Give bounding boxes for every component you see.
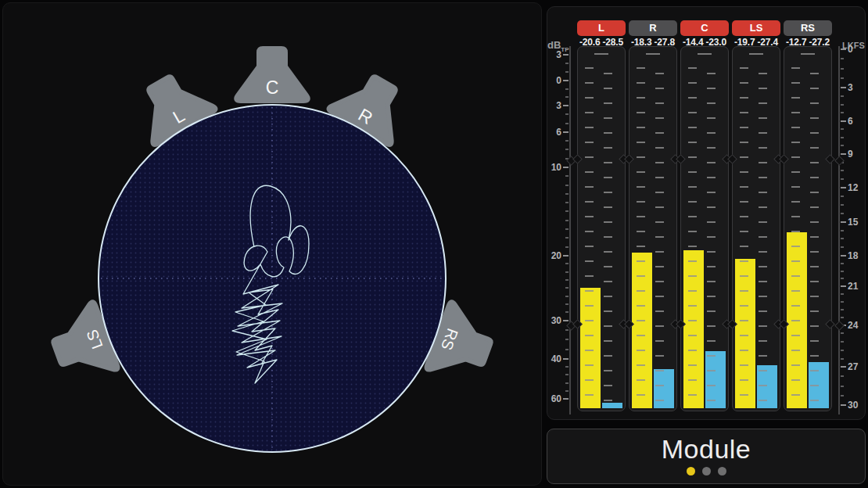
tube-tick — [791, 142, 800, 143]
tube-tick — [604, 132, 612, 134]
scale-major-tick — [841, 366, 846, 368]
tube-tick — [810, 281, 819, 282]
scale-minor-tick — [565, 339, 569, 340]
scale-minor-tick — [565, 287, 569, 289]
tube-tick — [740, 335, 748, 336]
tube-tick — [655, 206, 664, 208]
scale-minor-tick — [565, 96, 569, 98]
tube-tick — [688, 275, 697, 277]
tube-tick — [688, 112, 697, 113]
tube-tick — [791, 379, 800, 381]
tube-tick — [637, 260, 645, 262]
tube-tick — [637, 364, 645, 366]
scale-label: 10 — [551, 162, 561, 173]
tube-tick — [585, 364, 594, 366]
tube-tick — [791, 67, 800, 69]
tube-tick — [688, 260, 697, 262]
tube-tick — [810, 310, 819, 312]
meter-tube — [784, 46, 832, 411]
tube-tick — [791, 97, 800, 99]
scale-minor-tick — [841, 137, 844, 138]
tube-tick — [655, 236, 664, 238]
tube-tick — [759, 266, 767, 267]
meter-channel-rs: RS-12.7 -27.2 — [784, 7, 834, 419]
scale-minor-tick — [841, 238, 844, 239]
app-root: LCRLSRS dBTP LKFS 30361020304060 0369121… — [0, 0, 868, 488]
scale-major-tick — [841, 120, 846, 122]
module-pager-panel[interactable]: Module — [547, 429, 866, 484]
tube-tick — [740, 216, 748, 217]
tube-tick — [759, 221, 767, 223]
tube-tick — [585, 186, 594, 188]
page-dot-active[interactable] — [687, 467, 695, 475]
channel-button-l[interactable]: L — [577, 20, 626, 36]
tube-top-tick — [646, 53, 660, 55]
tube-tick — [759, 162, 767, 163]
tube-tick — [655, 281, 664, 282]
tube-tick — [759, 177, 767, 178]
secondary-bar — [654, 369, 674, 408]
channel-button-rs[interactable]: RS — [784, 20, 832, 36]
tube-tick — [740, 231, 748, 232]
tube-tick — [791, 364, 800, 366]
tube-tick — [655, 251, 664, 253]
scale-major-tick — [563, 358, 569, 360]
page-dot[interactable] — [702, 467, 711, 475]
speaker-c-icon[interactable]: C — [236, 48, 308, 101]
tube-tick — [707, 73, 716, 74]
tube-tick — [791, 127, 800, 128]
scale-label: 3 — [848, 82, 853, 93]
tube-tick — [655, 325, 664, 327]
tube-tick — [585, 246, 594, 247]
tube-tick — [740, 112, 748, 113]
scale-minor-tick — [565, 349, 569, 350]
tube-tick — [637, 231, 645, 232]
tube-tick — [604, 192, 612, 193]
scale-minor-tick — [841, 317, 844, 318]
scale-minor-tick — [841, 332, 844, 334]
tube-tick — [604, 251, 612, 253]
tube-tick — [688, 320, 697, 321]
scale-major-tick — [841, 153, 846, 155]
scale-label: 21 — [848, 281, 858, 292]
channel-button-r[interactable]: R — [629, 20, 677, 36]
tube-tick — [707, 117, 716, 119]
scale-minor-tick — [841, 341, 844, 343]
scale-minor-tick — [565, 374, 569, 375]
tube-tick — [585, 112, 594, 113]
tube-tick — [688, 335, 697, 336]
channel-button-ls[interactable]: LS — [732, 20, 780, 36]
scale-minor-tick — [841, 358, 844, 360]
tube-tick — [604, 400, 612, 401]
scale-minor-tick — [841, 375, 844, 377]
scale-minor-tick — [565, 237, 569, 239]
tube-tick — [740, 246, 748, 247]
tube-tick — [759, 251, 767, 253]
tube-tick — [707, 102, 716, 104]
tube-tick — [585, 394, 594, 396]
tube-tick — [759, 117, 767, 119]
scale-reference-notch — [834, 321, 845, 331]
tube-tick — [791, 246, 800, 247]
tube-tick — [688, 142, 697, 143]
tube-tick — [688, 231, 697, 232]
scale-minor-tick — [565, 228, 569, 230]
scale-label: 0 — [848, 44, 853, 55]
surround-scope-panel: LCRLSRS — [2, 2, 542, 486]
secondary-bar — [757, 365, 777, 408]
speaker-label: C — [266, 77, 279, 98]
tube-tick — [585, 231, 594, 232]
page-dot[interactable] — [718, 467, 726, 475]
tube-tick — [707, 88, 716, 89]
tube-tick — [585, 171, 594, 173]
scale-minor-tick — [565, 113, 569, 115]
scale-minor-tick — [565, 63, 569, 64]
scale-minor-tick — [565, 382, 569, 384]
tube-tick — [810, 355, 819, 357]
tube-tick — [791, 171, 800, 173]
channel-button-c[interactable]: C — [680, 20, 729, 36]
tube-tick — [637, 290, 645, 292]
scale-label: 9 — [848, 149, 853, 160]
tube-tick — [688, 127, 697, 128]
tube-tick — [740, 275, 748, 277]
